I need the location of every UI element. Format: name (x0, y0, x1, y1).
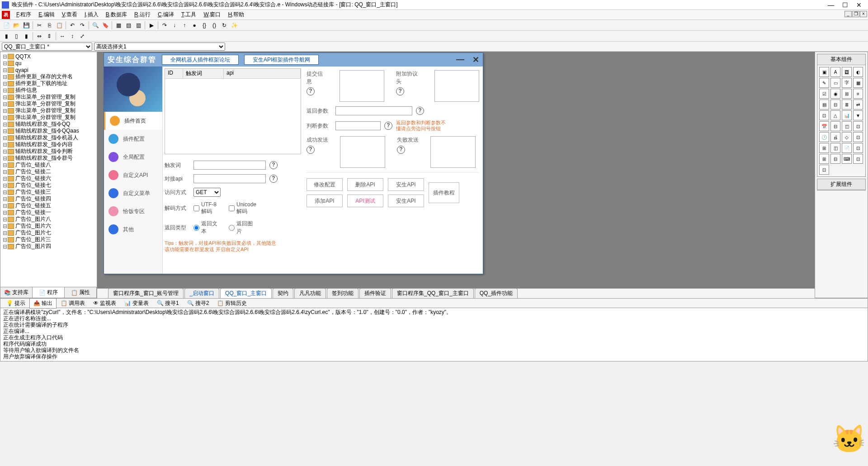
retparam-input[interactable] (335, 106, 412, 115)
palette-component-16[interactable]: ⊡ (819, 110, 829, 120)
tab-properties[interactable]: 📋 属性 (65, 287, 97, 298)
minimize-button[interactable]: — (828, 1, 834, 9)
palette-component-18[interactable]: 📊 (842, 110, 852, 120)
palette-component-33[interactable]: ⊟ (830, 154, 840, 164)
palette-component-34[interactable]: ⌨ (842, 154, 852, 164)
designed-window[interactable]: 安生综合群管 全网机器人插件框架论坛 安生API框架插件导航网 — ✕ 插件首页… (104, 52, 483, 274)
submit-help-icon[interactable]: ? (307, 87, 315, 95)
tree-node[interactable]: ⊟辅助线程群发_指令机器人 (13, 134, 97, 141)
nav-link-button[interactable]: 安生API框架插件导航网 (244, 55, 319, 65)
tree-node[interactable]: ⊟广告位_链接七 (13, 182, 97, 189)
new-button[interactable]: 📄 (2, 21, 11, 30)
menu-item-0[interactable]: F.程序 (13, 10, 35, 19)
fail-textarea[interactable] (430, 136, 476, 168)
maximize-button[interactable]: ☐ (842, 1, 848, 9)
menu-item-3[interactable]: I.插入 (81, 10, 102, 19)
palette-component-28[interactable]: ⊞ (819, 143, 829, 153)
step-over-button[interactable]: ↷ (160, 21, 169, 30)
tab-support-lib[interactable]: 📚 支持库 (0, 287, 33, 298)
refresh-button[interactable]: ↻ (220, 21, 229, 30)
palette-component-19[interactable]: ▼ (853, 110, 863, 120)
trigger-help-icon[interactable]: ? (269, 161, 278, 169)
mdi-minimize-button[interactable]: _ (844, 11, 852, 17)
step-out-button[interactable]: ↑ (180, 21, 189, 30)
undo-button[interactable]: ↶ (68, 21, 77, 30)
ansheng-api-button-1[interactable]: 安生API (388, 178, 424, 191)
designer-tab-8[interactable]: QQ_插件功能 (475, 288, 518, 298)
size-h-button[interactable]: ↕ (68, 32, 77, 41)
unicode-checkbox[interactable]: Unicode解码 (229, 201, 254, 215)
wand-button[interactable]: ✨ (230, 21, 239, 30)
tree-node[interactable]: ⊟辅助线程群发_指令群号 (13, 155, 97, 162)
designer-tab-3[interactable]: 契约 (273, 288, 293, 298)
palette-component-7[interactable]: ▦ (853, 78, 863, 88)
tree-node[interactable]: ⊟广告位_链接五 (13, 202, 97, 209)
tree-node[interactable]: ⊟辅助线程群发_指令QQ (13, 121, 97, 128)
size-both-button[interactable]: ⤢ (78, 32, 87, 41)
header-help-icon[interactable]: ? (396, 87, 404, 95)
tree-node[interactable]: ⊟弹出菜单_分群管理_复制 (13, 100, 97, 107)
designer-tab-2[interactable]: QQ_窗口_主窗口 (220, 288, 272, 298)
output-tab-3[interactable]: 👁监视表 (89, 298, 120, 309)
component-selector[interactable]: 高级选择夹1 (94, 43, 225, 51)
sidebar-item-4[interactable]: 自定义菜单 (104, 184, 162, 202)
palette-component-24[interactable]: 🕐 (819, 132, 829, 142)
palette-component-27[interactable]: ⊡ (853, 132, 863, 142)
tree-node[interactable]: ⊟qu (13, 60, 97, 67)
menu-item-5[interactable]: R.运行 (131, 10, 154, 19)
add-api-button[interactable]: 添加API (307, 195, 343, 207)
palette-component-30[interactable]: 📄 (842, 143, 852, 153)
palette-component-4[interactable]: ✎ (819, 78, 829, 88)
tree-node[interactable]: ⊟QQTX (13, 53, 97, 60)
dist-h-button[interactable]: ⇔ (35, 32, 44, 41)
sidebar-item-1[interactable]: 插件配置 (104, 130, 162, 148)
tree-node[interactable]: ⊟广告位_链接八 (13, 162, 97, 168)
save-button[interactable]: 💾 (22, 21, 31, 30)
delete-api-button[interactable]: 删除API (347, 178, 383, 191)
cut-button[interactable]: ✂ (35, 21, 44, 30)
paste-button[interactable]: 📋 (55, 21, 64, 30)
ansheng-api-button-2[interactable]: 安生API (388, 195, 424, 207)
tree-node[interactable]: ⊟广告位_图片三 (13, 236, 97, 243)
palette-component-35[interactable]: ⊡ (853, 154, 863, 164)
output-tab-7[interactable]: 📋剪辑历史 (213, 298, 251, 309)
palette-component-3[interactable]: ◐ (853, 67, 863, 77)
tree-node[interactable]: ⊟广告位_图片七 (13, 229, 97, 236)
output-tab-4[interactable]: 📊变量表 (120, 298, 153, 309)
tree-node[interactable]: ⊟辅助线程群发_指令判断 (13, 148, 97, 155)
output-tab-0[interactable]: 💡提示 (2, 298, 29, 309)
designer-tab-5[interactable]: 签到功能 (327, 288, 359, 298)
designed-close-button[interactable]: ✕ (472, 55, 479, 65)
menu-item-8[interactable]: W.窗口 (200, 10, 224, 19)
api-input[interactable] (193, 174, 266, 183)
success-textarea[interactable] (340, 136, 385, 168)
method-select[interactable]: GET (193, 188, 221, 197)
window-selector[interactable]: QQ_窗口_主窗口 * (2, 43, 92, 51)
find-button[interactable]: 🔍 (91, 21, 100, 30)
palette-component-32[interactable]: ⊞ (819, 154, 829, 164)
api-help-icon[interactable]: ? (269, 175, 278, 183)
palette-component-9[interactable]: ◉ (830, 89, 840, 99)
api-list-table[interactable]: ID 触发词 api (165, 68, 301, 154)
menu-item-7[interactable]: T.工具 (178, 10, 200, 19)
tab-program[interactable]: 📄 程序 (33, 287, 65, 298)
output-tab-2[interactable]: 📋调用表 (57, 298, 89, 309)
sidebar-item-6[interactable]: 其他 (104, 220, 162, 238)
tree-node[interactable]: ⊟弹出菜单_分群管理_复制 (13, 107, 97, 114)
menu-item-1[interactable]: E.编辑 (35, 10, 58, 19)
tree-node[interactable]: ⊟广告位_图片六 (13, 223, 97, 229)
designer-tab-7[interactable]: 窗口程序集_QQ_窗口_主窗口 (392, 288, 474, 298)
size-w-button[interactable]: ↔ (58, 32, 67, 41)
sidebar-item-5[interactable]: 恰饭专区 (104, 202, 162, 220)
palette-component-12[interactable]: ▤ (819, 100, 829, 109)
menu-item-2[interactable]: V.查看 (58, 10, 81, 19)
retparam-help-icon[interactable]: ? (416, 107, 424, 115)
output-tab-5[interactable]: 🔍搜寻1 (153, 298, 183, 309)
palette-component-8[interactable]: ☑ (819, 89, 829, 99)
tree-node[interactable]: ⊟广告位_链接二 (13, 168, 97, 175)
close-button[interactable]: ✕ (856, 1, 862, 9)
palette-component-2[interactable]: 🖼 (842, 67, 852, 77)
designer-tab-0[interactable]: 窗口程序集_窗口_账号管理 (108, 288, 184, 298)
tree-node[interactable]: ⊟广告位_链接一 (13, 209, 97, 216)
sidebar-item-3[interactable]: 自定义API (104, 166, 162, 184)
